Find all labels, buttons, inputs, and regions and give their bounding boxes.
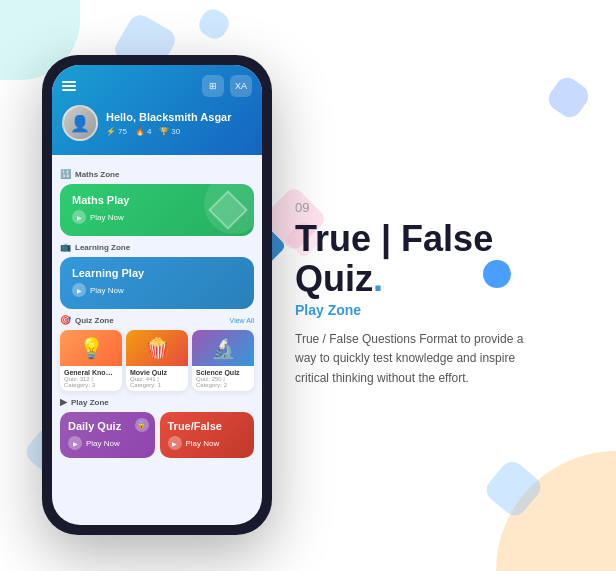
right-panel: 09 True | False Quiz. Play Zone True / F…: [295, 200, 595, 388]
avatar: 👤: [62, 105, 98, 141]
bg-diamond-3: [195, 5, 233, 43]
maths-play-button[interactable]: ▶ Play Now: [72, 210, 242, 224]
learning-play-circle: ▶: [72, 283, 86, 297]
learning-play-label: Play Now: [90, 286, 124, 295]
xp-icon: ⚡: [106, 127, 116, 136]
stat-xp: ⚡ 75: [106, 127, 127, 136]
phone-header: ⊞ XA 👤 Hello, Blacksmith Asgar ⚡ 75: [52, 65, 262, 155]
learning-play-card[interactable]: Learning Play ▶ Play Now: [60, 257, 254, 309]
phone-mockup: ⊞ XA 👤 Hello, Blacksmith Asgar ⚡ 75: [42, 55, 272, 535]
streak-value: 4: [147, 127, 151, 136]
xp-value: 75: [118, 127, 127, 136]
quiz-card-movie[interactable]: 🍿 Movie Quiz Quiz: 441 | Category: 1: [126, 330, 188, 391]
true-false-play-btn[interactable]: ▶ Play Now: [168, 436, 247, 450]
title-dot: .: [373, 258, 383, 299]
phone-content: 🔢 Maths Zone Maths Play ▶ Play Now 📺 Lea…: [52, 155, 262, 520]
true-false-play-label: Play Now: [186, 439, 220, 448]
quiz-card-meta-general: Quiz: 312 | Category: 3: [64, 376, 118, 388]
header-icon-translate[interactable]: XA: [230, 75, 252, 97]
main-title-line1: True | False: [295, 218, 493, 259]
quiz-card-img-movie: 🍿: [126, 330, 188, 366]
learning-zone-text: Learning Zone: [75, 243, 130, 252]
main-title-line2: Quiz: [295, 258, 373, 299]
stat-streak: 🔥 4: [135, 127, 151, 136]
play-zone-icon: ▶: [60, 397, 67, 407]
trophy-icon: 🏆: [159, 127, 169, 136]
maths-play-label: Play Now: [90, 213, 124, 222]
quiz-card-img-science: 🔬: [192, 330, 254, 366]
trophy-value: 30: [171, 127, 180, 136]
hamburger-line-1: [62, 81, 76, 83]
lock-icon: 🔒: [135, 418, 149, 432]
main-title: True | False Quiz.: [295, 219, 595, 298]
maths-card-diamond: [208, 190, 248, 230]
quiz-card-general[interactable]: 💡 General Knowl... Quiz: 312 | Category:…: [60, 330, 122, 391]
true-false-title: True/False: [168, 420, 247, 432]
user-details: Hello, Blacksmith Asgar ⚡ 75 🔥 4: [106, 111, 232, 136]
description: True / False Questions Format to provide…: [295, 330, 525, 388]
bg-diamond-5: [544, 73, 593, 122]
quiz-icon: 🎯: [60, 315, 71, 325]
quiz-grid: 💡 General Knowl... Quiz: 312 | Category:…: [60, 330, 254, 391]
daily-quiz-play-label: Play Now: [86, 439, 120, 448]
quiz-card-name-movie: Movie Quiz: [130, 369, 184, 376]
daily-quiz-play-circle: ▶: [68, 436, 82, 450]
learning-zone-label: 📺 Learning Zone: [60, 242, 254, 252]
bottom-cards: Daily Quiz ▶ Play Now 🔒 True/False ▶ Pla…: [60, 412, 254, 458]
header-icon-grid[interactable]: ⊞: [202, 75, 224, 97]
user-stats: ⚡ 75 🔥 4 🏆 30: [106, 127, 232, 136]
slide-number: 09: [295, 200, 595, 215]
quiz-card-name-general: General Knowl...: [64, 369, 118, 376]
quiz-card-img-general: 💡: [60, 330, 122, 366]
play-zone-text: Play Zone: [71, 398, 109, 407]
user-info: 👤 Hello, Blacksmith Asgar ⚡ 75 🔥 4: [62, 105, 252, 141]
maths-icon: 🔢: [60, 169, 71, 179]
learning-icon: 📺: [60, 242, 71, 252]
quiz-card-info-general: General Knowl... Quiz: 312 | Category: 3: [60, 366, 122, 391]
maths-card-title: Maths Play: [72, 194, 242, 206]
user-greeting: Hello, Blacksmith Asgar: [106, 111, 232, 123]
play-zone-label: ▶ Play Zone: [60, 397, 254, 407]
quiz-zone-text: Quiz Zone: [75, 316, 114, 325]
phone-top-bar: ⊞ XA: [62, 75, 252, 97]
hamburger-line-2: [62, 85, 76, 87]
hamburger-line-3: [62, 89, 76, 91]
daily-quiz-play-btn[interactable]: ▶ Play Now: [68, 436, 147, 450]
learning-card-title: Learning Play: [72, 267, 242, 279]
quiz-zone-header: 🎯 Quiz Zone View All: [60, 315, 254, 325]
quiz-card-info-movie: Movie Quiz Quiz: 441 | Category: 1: [126, 366, 188, 391]
streak-icon: 🔥: [135, 127, 145, 136]
subtitle: Play Zone: [295, 302, 595, 318]
hamburger-menu[interactable]: [62, 81, 76, 91]
phone-outer: ⊞ XA 👤 Hello, Blacksmith Asgar ⚡ 75: [42, 55, 272, 535]
true-false-play-circle: ▶: [168, 436, 182, 450]
maths-play-card[interactable]: Maths Play ▶ Play Now: [60, 184, 254, 236]
view-all-link[interactable]: View All: [230, 317, 254, 324]
maths-zone-text: Maths Zone: [75, 170, 119, 179]
quiz-zone-label: 🎯 Quiz Zone: [60, 315, 114, 325]
quiz-card-meta-science: Quiz: 250 | Category: 2: [196, 376, 250, 388]
quiz-card-science[interactable]: 🔬 Science Quiz Quiz: 250 | Category: 2: [192, 330, 254, 391]
phone-screen: ⊞ XA 👤 Hello, Blacksmith Asgar ⚡ 75: [52, 65, 262, 525]
true-false-card[interactable]: True/False ▶ Play Now: [160, 412, 255, 458]
quiz-card-name-science: Science Quiz: [196, 369, 250, 376]
daily-quiz-card[interactable]: Daily Quiz ▶ Play Now 🔒: [60, 412, 155, 458]
maths-zone-label: 🔢 Maths Zone: [60, 169, 254, 179]
stat-trophy: 🏆 30: [159, 127, 180, 136]
maths-play-circle: ▶: [72, 210, 86, 224]
quiz-card-info-science: Science Quiz Quiz: 250 | Category: 2: [192, 366, 254, 391]
learning-play-button[interactable]: ▶ Play Now: [72, 283, 242, 297]
header-icons: ⊞ XA: [202, 75, 252, 97]
quiz-card-meta-movie: Quiz: 441 | Category: 1: [130, 376, 184, 388]
